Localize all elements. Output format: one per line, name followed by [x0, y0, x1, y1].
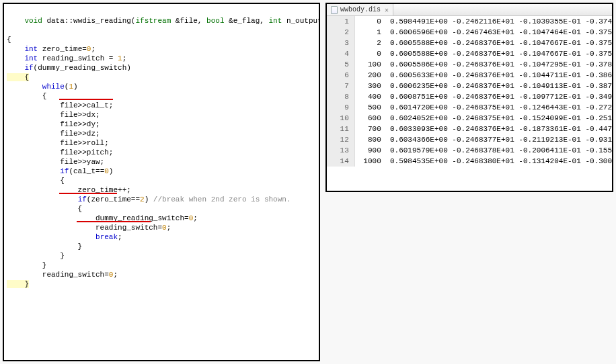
code-line: file>>roll;	[7, 138, 319, 148]
code-line: file>>dy;	[7, 120, 319, 129]
row-cells: 0 0.5984491E+00 -0.2462116E+01 -0.103935…	[355, 16, 612, 27]
code-line: reading_switch=0;	[7, 270, 319, 279]
table-row: 3 2 0.6005588E+00 -0.2468376E+01 -0.1047…	[327, 38, 612, 48]
line-number: 1	[327, 16, 355, 27]
line-number: 2	[327, 27, 355, 38]
line-number: 8	[327, 91, 355, 102]
red-underline-3	[77, 221, 151, 222]
line-number: 4	[327, 48, 355, 59]
table-row: 10 600 0.6024052E+00 -0.2468375E+01 -0.1…	[327, 113, 612, 124]
code-line: file>>dz;	[7, 129, 319, 138]
table-row: 5 100 0.6005586E+00 -0.2468376E+01 -0.10…	[327, 59, 612, 70]
code-editor-panel: void data::wwdis_reading(ifstream &file,…	[3, 3, 320, 361]
code-line: {	[7, 204, 319, 214]
code-line: file>>yaw;	[7, 157, 319, 167]
table-row: 12 800 0.6034366E+00 -0.2468377E+01 -0.2…	[327, 134, 612, 145]
line-number: 7	[327, 81, 355, 91]
row-cells: 100 0.6005586E+00 -0.2468376E+01 -0.1047…	[355, 59, 612, 70]
row-cells: 300 0.6006235E+00 -0.2468376E+01 -0.1049…	[355, 81, 612, 91]
code-line: while(1)	[7, 82, 319, 91]
code-line: if(dummy_reading_switch)	[7, 63, 319, 73]
table-row: 2 1 0.6006596E+00 -0.2467463E+01 -0.1047…	[327, 27, 612, 38]
line-number: 13	[327, 145, 355, 156]
code-line: }	[7, 279, 319, 289]
code-line: }	[7, 261, 319, 270]
red-underline-2	[59, 193, 117, 194]
line-number: 9	[327, 102, 355, 113]
line-number: 3	[327, 38, 355, 48]
tab-wwbody[interactable]: wwbody.dis ✕	[327, 4, 393, 15]
line-number: 11	[327, 124, 355, 134]
line-number: 10	[327, 113, 355, 124]
kw-bool: bool	[206, 17, 224, 25]
code-line-signature: void data::wwdis_reading(ifstream &file,…	[7, 7, 319, 35]
code-line: {	[7, 73, 319, 82]
func-name: data::wwdis_reading	[46, 17, 130, 25]
row-cells: 500 0.6014720E+00 -0.2468375E+01 -0.1246…	[355, 102, 612, 113]
code-line-cal-t: file>>cal_t;	[7, 101, 319, 110]
row-cells: 200 0.6005633E+00 -0.2468376E+01 -0.1044…	[355, 70, 612, 81]
code-line: break;	[7, 232, 319, 242]
file-icon	[331, 6, 338, 14]
line-number: 14	[327, 156, 355, 167]
table-row: 7 300 0.6006235E+00 -0.2468376E+01 -0.10…	[327, 81, 612, 91]
table-row: 8 400 0.6008751E+00 -0.2468376E+01 -0.10…	[327, 91, 612, 102]
kw-int: int	[269, 17, 282, 25]
code-line: }	[7, 242, 319, 251]
row-cells: 600 0.6024052E+00 -0.2468375E+01 -0.1524…	[355, 113, 612, 124]
code-line: zero_time++;	[7, 185, 319, 195]
code-line: }	[7, 251, 319, 261]
tab-label: wwbody.dis	[340, 6, 381, 13]
red-underline-1	[59, 99, 113, 100]
kw-void: void	[24, 17, 42, 25]
table-row: 1 0 0.5984491E+00 -0.2462116E+01 -0.1039…	[327, 16, 612, 27]
code-line: {	[7, 35, 319, 44]
row-cells: 900 0.6019579E+00 -0.2468378E+01 -0.2006…	[355, 145, 612, 156]
kw-ifstream: ifstream	[135, 17, 171, 25]
line-number: 12	[327, 134, 355, 145]
code-line: {	[7, 91, 319, 101]
row-cells: 1 0.6006596E+00 -0.2467463E+01 -0.104746…	[355, 27, 612, 38]
code-line: file>>pitch;	[7, 148, 319, 157]
table-row: 9 500 0.6014720E+00 -0.2468375E+01 -0.12…	[327, 102, 612, 113]
row-cells: 400 0.6008751E+00 -0.2468376E+01 -0.1097…	[355, 91, 612, 102]
row-cells: 1000 0.5984535E+00 -0.2468380E+01 -0.131…	[355, 156, 612, 167]
close-icon[interactable]: ✕	[383, 6, 389, 14]
code-line-if-zt: if(zero_time==2) //break when 2nd zero i…	[7, 195, 319, 204]
line-number: 5	[327, 59, 355, 70]
code-line: file>>dx;	[7, 110, 319, 120]
line-number: 6	[327, 70, 355, 81]
table-row: 4 0 0.6005588E+00 -0.2468376E+01 -0.1047…	[327, 48, 612, 59]
table-row: 13 900 0.6019579E+00 -0.2468378E+01 -0.2…	[327, 145, 612, 156]
tab-bar: wwbody.dis ✕	[327, 4, 612, 16]
table-row: 6 200 0.6005633E+00 -0.2468376E+01 -0.10…	[327, 70, 612, 81]
data-file-panel: wwbody.dis ✕ 1 0 0.5984491E+00 -0.246211…	[325, 3, 613, 192]
data-body[interactable]: 1 0 0.5984491E+00 -0.2462116E+01 -0.1039…	[327, 16, 612, 191]
code-line: dummy_reading_switch=0;	[7, 214, 319, 223]
row-cells: 700 0.6033093E+00 -0.2468376E+01 -0.1873…	[355, 124, 612, 134]
row-cells: 0 0.6005588E+00 -0.2468376E+01 -0.104766…	[355, 48, 612, 59]
code-line: int zero_time=0;	[7, 44, 319, 54]
code-line: reading_switch=0;	[7, 223, 319, 232]
table-row: 14 1000 0.5984535E+00 -0.2468380E+01 -0.…	[327, 156, 612, 167]
code-line: int reading_switch = 1;	[7, 54, 319, 63]
code-line-if-cal-t: if(cal_t==0)	[7, 167, 319, 176]
code-line: {	[7, 176, 319, 185]
code-comment: //break when 2nd zero is shown.	[153, 195, 291, 203]
row-cells: 800 0.6034366E+00 -0.2468377E+01 -0.2119…	[355, 134, 612, 145]
table-row: 11 700 0.6033093E+00 -0.2468376E+01 -0.1…	[327, 124, 612, 134]
row-cells: 2 0.6005588E+00 -0.2468376E+01 -0.104766…	[355, 38, 612, 48]
